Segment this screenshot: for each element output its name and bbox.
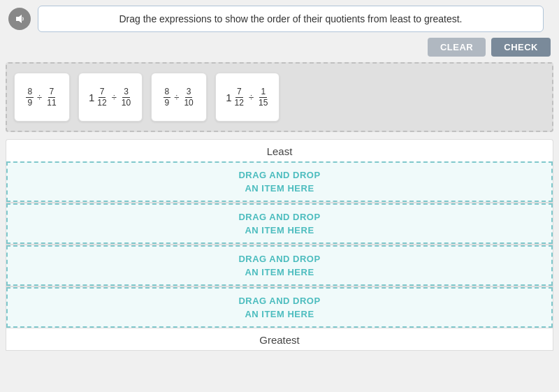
drop-zone-2[interactable]: DRAG AND DROP AN ITEM HERE bbox=[6, 203, 553, 244]
drag-source-area: 8 9 ÷ 7 11 1 7 12 ÷ 3 10 bbox=[6, 62, 553, 132]
fraction-card-3[interactable]: 8 9 ÷ 3 10 bbox=[151, 73, 207, 122]
fraction-card-1[interactable]: 8 9 ÷ 7 11 bbox=[14, 73, 70, 122]
audio-icon bbox=[14, 13, 25, 24]
fraction-2a: 7 12 bbox=[96, 87, 108, 108]
fraction-3b: 3 10 bbox=[182, 87, 194, 108]
drop-zone-3[interactable]: DRAG AND DROP AN ITEM HERE bbox=[6, 245, 553, 286]
fraction-card-2[interactable]: 1 7 12 ÷ 3 10 bbox=[78, 73, 143, 122]
least-label: Least bbox=[6, 139, 553, 161]
instruction-text: Drag the expressions to show the order o… bbox=[38, 6, 544, 32]
fraction-1b: 7 11 bbox=[45, 87, 57, 108]
fraction-1a: 8 9 bbox=[26, 87, 34, 108]
op-1: ÷ bbox=[37, 92, 42, 103]
op-2: ÷ bbox=[112, 92, 117, 103]
drop-zone-container: Least DRAG AND DROP AN ITEM HERE DRAG AN… bbox=[6, 139, 553, 351]
fraction-2b: 3 10 bbox=[120, 87, 132, 108]
drop-zone-1[interactable]: DRAG AND DROP AN ITEM HERE bbox=[6, 161, 553, 202]
fraction-4b: 1 15 bbox=[257, 87, 269, 108]
svg-marker-0 bbox=[16, 15, 22, 23]
drop-zones-wrapper: DRAG AND DROP AN ITEM HERE DRAG AND DROP… bbox=[6, 161, 553, 328]
op-4: ÷ bbox=[249, 92, 254, 103]
top-bar: Drag the expressions to show the order o… bbox=[0, 0, 559, 38]
check-button[interactable]: CHECK bbox=[491, 38, 551, 57]
greatest-label: Greatest bbox=[6, 328, 553, 351]
action-buttons-row: CLEAR CHECK bbox=[0, 38, 559, 62]
op-3: ÷ bbox=[174, 92, 179, 103]
fraction-3a: 8 9 bbox=[164, 87, 171, 108]
fraction-4a: 7 12 bbox=[233, 87, 245, 108]
fraction-card-4[interactable]: 1 7 12 ÷ 1 15 bbox=[215, 73, 280, 122]
audio-button[interactable] bbox=[8, 8, 31, 30]
drop-zone-4[interactable]: DRAG AND DROP AN ITEM HERE bbox=[6, 287, 553, 328]
clear-button[interactable]: CLEAR bbox=[428, 38, 486, 57]
